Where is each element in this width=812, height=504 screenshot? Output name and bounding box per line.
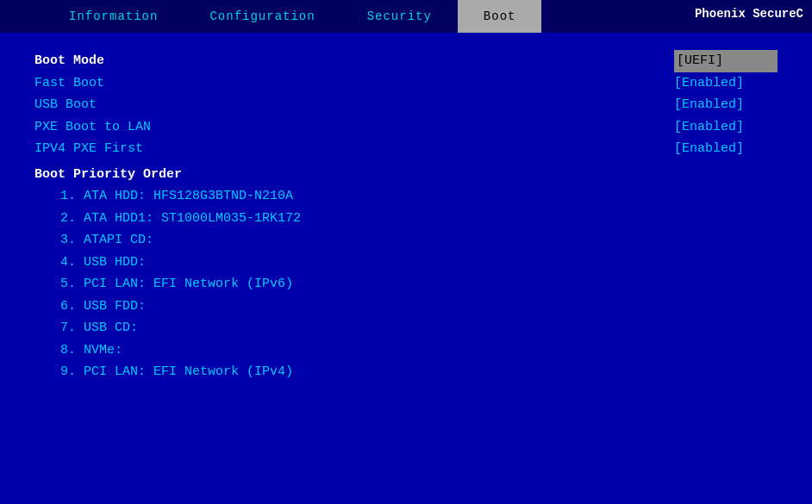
top-bar: Information Configuration Security Boot … [0,0,812,33]
tab-information[interactable]: Information [43,0,184,33]
ipv4-pxe-label: IPV4 PXE First [34,138,143,160]
boot-item-4[interactable]: 4. USB HDD: [34,252,778,274]
pxe-boot-label: PXE Boot to LAN [34,116,151,139]
boot-item-6[interactable]: 6. USB FDD: [34,296,778,318]
usb-boot-label: USB Boot [34,94,97,116]
main-content: Boot Mode [UEFI] Fast Boot [Enabled] USB… [0,33,812,504]
setting-usb-boot: USB Boot [Enabled] [34,94,778,116]
boot-item-9[interactable]: 9. PCI LAN: EFI Network (IPv4) [34,361,778,383]
tab-boot[interactable]: Boot [458,0,542,33]
boot-item-7[interactable]: 7. USB CD: [34,317,778,339]
boot-item-3[interactable]: 3. ATAPI CD: [34,229,778,252]
boot-priority-title: Boot Priority Order [34,164,778,186]
boot-item-1[interactable]: 1. ATA HDD: HFS128G3BTND-N210A [34,185,778,208]
brand-label: Phoenix SecureC [686,0,812,28]
boot-item-8[interactable]: 8. NVMe: [34,339,778,362]
fast-boot-label: Fast Boot [34,72,104,95]
boot-mode-label: Boot Mode [34,50,104,72]
setting-ipv4-pxe: IPV4 PXE First [Enabled] [34,138,778,160]
tab-configuration[interactable]: Configuration [184,0,340,33]
boot-item-2[interactable]: 2. ATA HDD1: ST1000LM035-1RK172 [34,208,778,230]
setting-pxe-boot: PXE Boot to LAN [Enabled] [34,116,778,139]
boot-mode-value[interactable]: [UEFI] [674,50,778,72]
usb-boot-value[interactable]: [Enabled] [674,94,778,116]
setting-fast-boot: Fast Boot [Enabled] [34,72,778,95]
boot-item-5[interactable]: 5. PCI LAN: EFI Network (IPv6) [34,273,778,296]
setting-boot-mode: Boot Mode [UEFI] [34,50,778,72]
ipv4-pxe-value[interactable]: [Enabled] [674,138,778,160]
fast-boot-value[interactable]: [Enabled] [674,72,778,95]
pxe-boot-value[interactable]: [Enabled] [674,116,778,139]
tab-security[interactable]: Security [341,0,458,33]
